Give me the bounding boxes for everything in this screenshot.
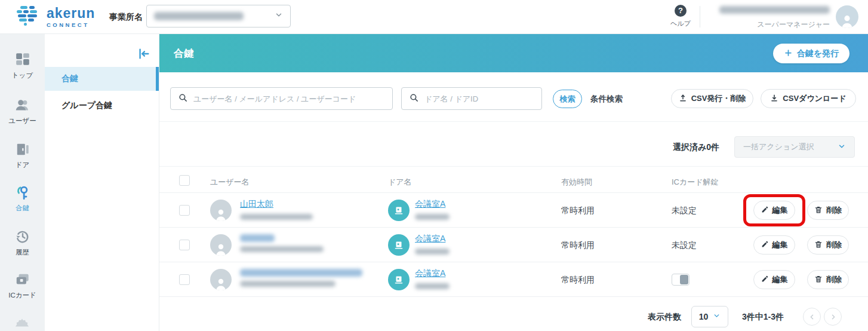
subnav-item-goukagi[interactable]: 合鍵 [45,67,159,91]
valid-time-cell: 常時利用 [561,206,595,216]
help-button[interactable]: ? ヘルプ [667,5,694,28]
ic-card-status: 未設定 [672,206,697,216]
business-name-redacted [154,12,244,20]
issue-key-button[interactable]: 合鍵を発行 [773,44,849,63]
user-search-input[interactable] [193,94,385,103]
trash-icon [814,206,823,216]
user-email-redacted [240,246,324,252]
range-label: 3件中1-3件 [742,312,784,323]
sidebar-item-iccard[interactable]: ICカード [0,272,45,300]
brand-subtitle: CONNECT [47,22,95,28]
sidebar-item-users[interactable]: ユーザー [0,97,45,125]
user-search-field[interactable] [170,87,393,110]
previous-page-button[interactable] [803,308,821,326]
table-header: ユーザー名 ドア名 有効時間 ICカード解錠 [159,170,868,193]
door-id-redacted [415,249,450,255]
select-all-checkbox[interactable] [179,175,190,186]
column-user: ユーザー名 [210,177,250,188]
door-icon [388,200,410,221]
advanced-search-link[interactable]: 条件検索 [590,94,623,105]
user-cell [240,233,324,252]
collapse-sidebar-icon[interactable] [137,47,150,60]
primary-sidebar: トップユーザードア合鍵履歴ICカード [0,34,45,331]
door-search-input[interactable] [424,94,534,103]
sidebar-item-history[interactable]: 履歴 [0,229,45,257]
trash-icon [814,275,823,285]
per-page-select[interactable]: 10 [691,306,728,327]
search-button[interactable]: 検索 [553,90,582,108]
divider [159,121,868,122]
row-checkbox[interactable] [179,205,190,216]
selected-count-label: 選択済み0件 [673,142,719,153]
chevron-down-icon [275,11,283,22]
sidebar-item-label: ICカード [0,291,45,300]
bulk-action-select[interactable]: 一括アクション選択 [734,136,855,158]
ic-card-toggle[interactable] [672,274,690,286]
chevron-down-icon [838,142,846,152]
brand-name: akerun [47,7,95,20]
secondary-sidebar: 合鍵グループ合鍵 [45,34,159,331]
subnav-item-label: 合鍵 [61,73,78,84]
user-avatar-icon [210,234,232,256]
history-icon [0,229,45,246]
door-name-link[interactable]: 会議室A [415,268,445,279]
key-icon [0,185,45,201]
delete-button[interactable]: 削除 [807,201,849,220]
next-page-button[interactable] [824,308,842,326]
users-icon [0,97,45,114]
delete-button[interactable]: 削除 [807,235,849,255]
delete-button[interactable]: 削除 [807,270,849,289]
row-checkbox[interactable] [179,240,190,250]
page-title: 合鍵 [174,47,194,60]
plus-icon [784,48,793,59]
table-row: 山田太郎会議室A常時利用未設定編集削除 [159,193,868,228]
edit-button[interactable]: 編集 [753,235,795,255]
user-name-redacted [240,234,275,242]
search-icon [409,93,419,105]
door-name-link[interactable]: 会議室A [415,199,445,210]
gear-icon [14,317,30,331]
secondary-sidebar-list: 合鍵グループ合鍵 [45,67,159,121]
user-avatar-icon [210,200,232,221]
csv-download-button[interactable]: CSVダウンロード [761,89,856,108]
csv-issue-delete-button[interactable]: CSV発行・削除 [671,89,753,108]
page-header-bar: 合鍵 合鍵を発行 [159,34,868,72]
user-role: スーパーマネージャー [719,20,830,30]
user-email-redacted [240,281,335,287]
sidebar-item-label: 履歴 [0,248,45,257]
door-cell: 会議室A [415,233,450,255]
edit-button[interactable]: 編集 [753,201,795,220]
user-avatar-icon [210,269,232,290]
page-content: 検索 条件検索 CSV発行・削除 CSVダウンロード 選択済み0件 一括アクショ… [159,72,868,331]
search-icon [178,93,188,105]
user-name-link[interactable]: 山田太郎 [240,199,273,210]
door-id-redacted [415,283,450,289]
door-name-link[interactable]: 会議室A [415,234,445,244]
subnav-item-group-goukagi[interactable]: グループ合鍵 [45,91,159,121]
column-ic: ICカード解錠 [672,177,719,188]
chevron-down-icon [713,312,721,321]
user-info: スーパーマネージャー [719,5,830,30]
akerun-logo-icon [16,5,41,30]
user-name-redacted [719,6,830,14]
user-avatar[interactable] [836,5,858,28]
help-icon: ? [675,5,687,17]
sidebar-item-key[interactable]: 合鍵 [0,185,45,213]
table-row: 会議室A常時利用未設定編集削除 [159,228,868,262]
edit-button[interactable]: 編集 [753,270,795,289]
column-time: 有効時間 [561,177,592,188]
help-label: ヘルプ [667,19,694,28]
trash-icon [814,240,823,250]
row-checkbox[interactable] [179,274,190,285]
pencil-icon [761,206,769,215]
sidebar-item-top[interactable]: トップ [0,52,45,80]
business-name-select[interactable] [146,5,291,27]
header-divider [700,6,700,27]
pencil-icon [761,240,769,250]
door-search-field[interactable] [401,87,542,110]
door-id-redacted [415,214,450,220]
door-cell: 会議室A [415,198,450,220]
sidebar-item-label: ユーザー [0,117,45,125]
top-header: akerun CONNECT 事業所名 ? ヘルプ スーパーマネージャー [0,0,868,34]
sidebar-item-door[interactable]: ドア [0,142,45,170]
